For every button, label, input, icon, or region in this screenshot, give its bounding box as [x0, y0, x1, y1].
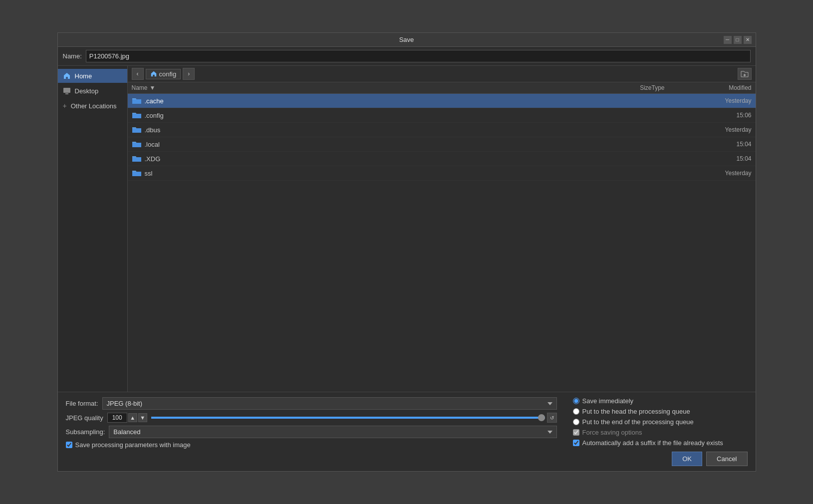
file-rows-container: .cache Yesterday .config 15:06 .dbus Yes…: [128, 94, 756, 181]
save-immediately-label: Save immediately: [582, 397, 634, 405]
table-row[interactable]: ssl Yesterday: [128, 166, 756, 181]
file-name: .dbus: [145, 126, 161, 134]
desktop-icon: [63, 87, 71, 95]
ok-cancel-row: OK Cancel: [573, 452, 748, 466]
breadcrumb-label: config: [159, 70, 177, 78]
subsampling-select[interactable]: Balanced Best quality Smallest file: [109, 426, 556, 438]
sidebar-item-desktop[interactable]: Desktop: [58, 84, 127, 98]
save-mode-radio-group: Save immediately Put to the head the pro…: [573, 397, 748, 426]
home-icon: [63, 72, 71, 80]
file-modified: 15:04: [692, 141, 752, 148]
format-label: File format:: [66, 400, 98, 407]
titlebar-controls: ─ □ ✕: [724, 36, 752, 44]
auto-suffix-checkbox[interactable]: [573, 440, 579, 446]
file-list-header: Name ▼ Size Type Modified: [128, 82, 756, 94]
quality-slider[interactable]: [151, 417, 545, 419]
file-name: .cache: [145, 97, 164, 105]
force-saving-row: Force saving options: [573, 429, 748, 436]
svg-rect-0: [63, 88, 70, 93]
put-head-label: Put to the head the processing queue: [582, 408, 690, 415]
bottom-right: Save immediately Put to the head the pro…: [573, 397, 748, 466]
save-params-checkbox[interactable]: [66, 442, 72, 448]
name-label: Name:: [63, 52, 82, 60]
plus-icon: +: [63, 102, 67, 110]
bottom-sections: File format: JPEG (8-bit) PNG TIFF BMP J…: [66, 397, 748, 466]
file-name-cell: .XDG: [132, 154, 692, 164]
file-list: Name ▼ Size Type Modified: [128, 82, 756, 392]
file-modified: 15:06: [692, 112, 752, 119]
quality-reset-btn[interactable]: ↺: [547, 413, 557, 423]
file-modified: 15:04: [692, 155, 752, 162]
sidebar-item-home[interactable]: Home: [58, 69, 127, 83]
save-params-label: Save processing parameters with image: [75, 441, 191, 449]
force-saving-checkbox[interactable]: [573, 429, 579, 436]
file-name: .local: [145, 141, 160, 148]
format-select[interactable]: JPEG (8-bit) PNG TIFF BMP: [102, 397, 557, 410]
table-row[interactable]: .dbus Yesterday: [128, 123, 756, 137]
subsampling-row: Subsampling: Balanced Best quality Small…: [66, 426, 557, 438]
main-area: Home Desktop + Other Locations ‹: [58, 66, 756, 392]
svg-rect-1: [65, 93, 68, 94]
quality-input-group: ▲ ▼: [107, 413, 147, 423]
table-row[interactable]: .local 15:04: [128, 137, 756, 152]
column-type[interactable]: Type: [652, 84, 692, 91]
name-row: Name:: [58, 47, 756, 66]
file-name: .config: [145, 112, 164, 119]
file-modified: Yesterday: [692, 170, 752, 177]
bottom-left: File format: JPEG (8-bit) PNG TIFF BMP J…: [66, 397, 557, 449]
file-modified: Yesterday: [692, 126, 752, 133]
put-head-radio[interactable]: [573, 408, 579, 415]
back-button[interactable]: ‹: [132, 68, 144, 80]
folder-icon: [132, 110, 142, 120]
put-end-radio[interactable]: [573, 419, 579, 425]
auto-suffix-row: Automatically add a suffix if the file a…: [573, 439, 748, 447]
put-end-row: Put to the end of the processing queue: [573, 418, 748, 426]
new-folder-button[interactable]: [738, 68, 752, 80]
other-locations-label: Other Locations: [71, 102, 117, 110]
sidebar: Home Desktop + Other Locations: [58, 66, 128, 392]
close-button[interactable]: ✕: [744, 36, 752, 44]
cancel-button[interactable]: Cancel: [706, 452, 747, 466]
maximize-button[interactable]: □: [734, 36, 742, 44]
put-head-row: Put to the head the processing queue: [573, 408, 748, 415]
forward-button[interactable]: ›: [183, 68, 195, 80]
table-row[interactable]: .cache Yesterday: [128, 94, 756, 108]
table-row[interactable]: .XDG 15:04: [128, 152, 756, 166]
breadcrumb-home-icon: [150, 70, 157, 77]
file-name-cell: .cache: [132, 96, 692, 106]
column-name[interactable]: Name ▼: [132, 84, 612, 91]
folder-icon: [132, 168, 142, 178]
file-name: ssl: [145, 170, 153, 177]
quality-input[interactable]: [107, 413, 127, 423]
save-immediately-radio[interactable]: [573, 398, 579, 404]
file-name-cell: .local: [132, 139, 692, 149]
minimize-button[interactable]: ─: [724, 36, 732, 44]
sidebar-item-other-locations[interactable]: + Other Locations: [58, 99, 127, 113]
quality-label: JPEG quality: [66, 414, 103, 422]
file-modified: Yesterday: [692, 97, 752, 104]
filename-input[interactable]: [86, 50, 751, 62]
column-size[interactable]: Size: [612, 84, 652, 91]
save-params-row: Save processing parameters with image: [66, 441, 557, 449]
folder-icon: [132, 154, 142, 164]
auto-suffix-label: Automatically add a suffix if the file a…: [582, 439, 723, 447]
file-name-cell: .config: [132, 110, 692, 120]
force-saving-label: Force saving options: [582, 429, 642, 436]
format-row: File format: JPEG (8-bit) PNG TIFF BMP: [66, 397, 557, 410]
quality-slider-container: ↺: [151, 413, 557, 423]
breadcrumb[interactable]: config: [146, 69, 181, 79]
dialog-title: Save: [399, 36, 414, 43]
ok-button[interactable]: OK: [672, 452, 702, 466]
quality-row: JPEG quality ▲ ▼ ↺: [66, 413, 557, 423]
quality-decrement-btn[interactable]: ▼: [138, 413, 147, 422]
file-name: .XDG: [145, 155, 161, 163]
folder-icon: [132, 96, 142, 106]
quality-increment-btn[interactable]: ▲: [128, 413, 137, 422]
table-row[interactable]: .config 15:06: [128, 108, 756, 123]
content-area: ‹ config ›: [128, 66, 756, 392]
save-immediately-row: Save immediately: [573, 397, 748, 405]
save-dialog: Save ─ □ ✕ Name: Home Deskt: [57, 32, 756, 472]
column-modified[interactable]: Modified: [692, 84, 752, 91]
file-name-cell: ssl: [132, 168, 692, 178]
sidebar-home-label: Home: [75, 72, 92, 80]
